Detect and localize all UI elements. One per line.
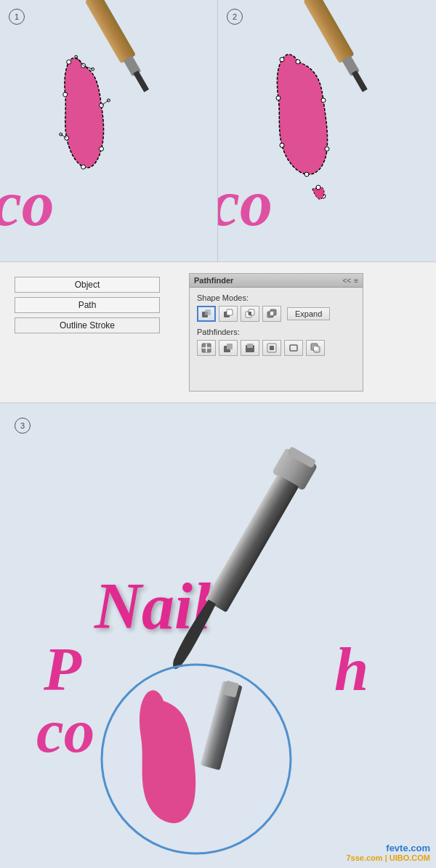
unite-button[interactable] [197, 306, 216, 322]
svg-text:h: h [334, 635, 368, 703]
svg-point-28 [280, 143, 284, 147]
shape-modes-label: Shape Modes: [197, 293, 355, 302]
trim-button[interactable] [219, 340, 238, 356]
expand-button[interactable]: Expand [287, 307, 330, 320]
svg-point-10 [100, 147, 104, 151]
svg-point-31 [321, 98, 326, 102]
svg-rect-53 [290, 345, 297, 351]
svg-text:P: P [43, 635, 82, 703]
step-number-3: 3 [15, 418, 31, 434]
svg-point-27 [276, 96, 280, 100]
step-number-1: 1 [9, 9, 25, 25]
panel-step1: 1 co [0, 0, 218, 261]
svg-rect-52 [270, 346, 274, 350]
crop-button[interactable] [262, 340, 281, 356]
titlebar-controls: << ≡ [342, 277, 358, 285]
outline-button[interactable] [284, 340, 303, 356]
outline-stroke-menu-item[interactable]: Outline Stroke [15, 317, 160, 333]
shape-modes-buttons: Expand [197, 306, 355, 322]
object-menu-item[interactable]: Object [15, 277, 160, 293]
svg-point-25 [296, 60, 300, 64]
pathfinder-panel: Pathfinder << ≡ Shape Modes: [189, 273, 363, 392]
middle-section: Object Path Outline Stroke Pathfinder <<… [0, 261, 436, 403]
merge-button[interactable] [241, 340, 259, 356]
step3-svg: Nail P h co [0, 403, 436, 868]
pathfinders-label: Pathfinders: [197, 328, 355, 336]
svg-text:co: co [36, 697, 94, 765]
step-number-2: 2 [227, 9, 243, 25]
menu-area: Object Path Outline Stroke [0, 262, 174, 402]
pathfinder-title: Pathfinder [194, 276, 233, 285]
top-section: 1 co [0, 0, 436, 261]
svg-text:co: co [218, 167, 272, 239]
exclude-button[interactable] [262, 306, 281, 322]
svg-point-7 [63, 92, 68, 97]
svg-point-6 [67, 60, 71, 64]
watermark-site1: fevte.com [386, 843, 430, 853]
svg-rect-56 [314, 346, 318, 350]
panel1-svg: co [0, 0, 217, 261]
svg-point-8 [65, 136, 69, 140]
minus-back-button[interactable] [306, 340, 325, 356]
panel2-svg: co [218, 0, 436, 261]
divide-button[interactable] [197, 340, 216, 356]
menu-control[interactable]: ≡ [354, 277, 358, 285]
intersect-button[interactable] [241, 306, 259, 322]
bottom-section: 3 Nail P h co [0, 403, 436, 868]
svg-rect-37 [227, 309, 233, 315]
svg-rect-35 [205, 309, 211, 315]
svg-point-11 [100, 103, 104, 108]
svg-rect-48 [227, 344, 233, 349]
subtract-button[interactable] [219, 306, 238, 322]
panel-step2: 2 co [218, 0, 436, 261]
path-menu-item[interactable]: Path [15, 297, 160, 313]
svg-point-33 [316, 185, 320, 190]
svg-point-65 [102, 665, 291, 853]
svg-rect-40 [249, 312, 251, 315]
svg-point-9 [81, 165, 86, 169]
svg-point-29 [304, 172, 309, 177]
svg-point-30 [325, 147, 329, 151]
collapse-control[interactable]: << [342, 277, 351, 285]
svg-text:co: co [0, 167, 54, 239]
svg-point-26 [280, 57, 284, 62]
pathfinder-body: Shape Modes: [190, 288, 363, 368]
pathfinder-buttons [197, 340, 355, 356]
watermark-site2: 7sse.com | UIBO.COM [346, 853, 430, 862]
svg-rect-43 [270, 312, 273, 315]
watermark: fevte.com 7sse.com | UIBO.COM [346, 843, 430, 862]
svg-rect-50 [247, 344, 253, 348]
pathfinder-titlebar: Pathfinder << ≡ [190, 274, 363, 288]
